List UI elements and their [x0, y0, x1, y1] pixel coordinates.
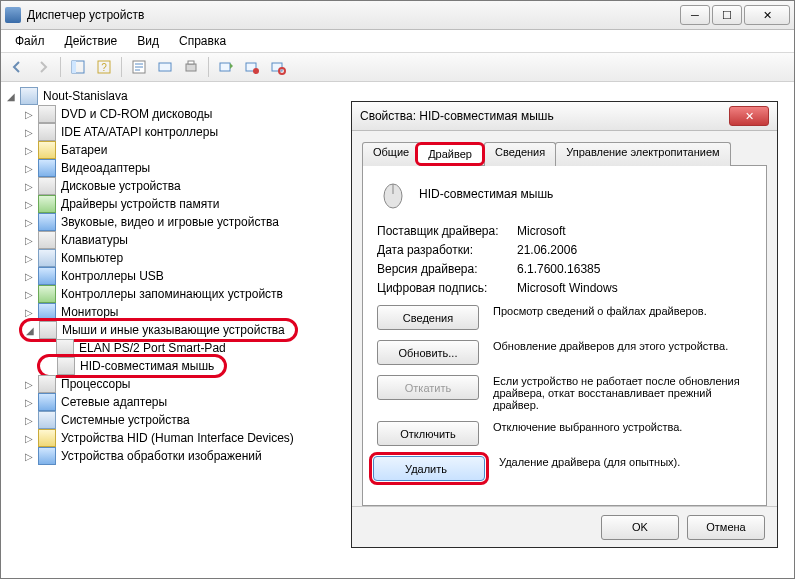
kv-version: Версия драйвера:6.1.7600.16385 — [377, 262, 752, 276]
app-icon — [5, 7, 21, 23]
tab-pane-driver: HID-совместимая мышь Поставщик драйвера:… — [362, 165, 767, 506]
tree-item-label: Компьютер — [59, 251, 125, 265]
menu-help[interactable]: Справка — [171, 32, 234, 50]
device-name: HID-совместимая мышь — [419, 187, 553, 201]
toolbar: ? — [1, 53, 794, 82]
mouse-cat-icon — [39, 321, 57, 339]
svg-rect-6 — [186, 64, 196, 71]
expand-icon[interactable]: ◢ — [5, 91, 17, 102]
forward-icon[interactable] — [31, 55, 55, 79]
tree-item-label: DVD и CD-ROM дисководы — [59, 107, 214, 121]
expand-icon[interactable]: ▷ — [23, 109, 35, 120]
expand-icon[interactable]: ▷ — [23, 145, 35, 156]
computer-cat-icon — [38, 249, 56, 267]
tree-item-label: Мыши и иные указывающие устройства — [60, 323, 287, 337]
dialog-close-button[interactable]: ✕ — [729, 106, 769, 126]
kv-sign: Цифровая подпись:Microsoft Windows — [377, 281, 752, 295]
storage-icon — [38, 285, 56, 303]
memory-icon — [38, 195, 56, 213]
minimize-button[interactable]: ─ — [680, 5, 710, 25]
tree-item-label: Контроллеры USB — [59, 269, 166, 283]
system-icon — [38, 411, 56, 429]
imaging-icon — [38, 447, 56, 465]
svg-rect-5 — [159, 63, 171, 71]
menu-file[interactable]: Файл — [7, 32, 53, 50]
properties-icon[interactable] — [127, 55, 151, 79]
row-details: Сведения Просмотр сведений о файлах драй… — [377, 305, 752, 330]
expand-icon[interactable]: ▷ — [23, 199, 35, 210]
disable-button[interactable]: Отключить — [377, 421, 479, 446]
update-driver-icon[interactable] — [214, 55, 238, 79]
kv-provider: Поставщик драйвера:Microsoft — [377, 224, 752, 238]
tree-item-label: Устройства HID (Human Interface Devices) — [59, 431, 296, 445]
tree-item-label: Контроллеры запоминающих устройств — [59, 287, 285, 301]
svg-rect-8 — [220, 63, 230, 71]
expand-icon[interactable]: ▷ — [23, 307, 35, 318]
usb-icon — [38, 267, 56, 285]
highlight-hid-mouse: HID-совместимая мышь — [37, 354, 227, 378]
cpu-icon — [38, 375, 56, 393]
expand-icon[interactable]: ▷ — [23, 433, 35, 444]
disable-icon[interactable] — [266, 55, 290, 79]
svg-point-10 — [253, 68, 259, 74]
collapse-icon[interactable]: ◢ — [24, 325, 36, 336]
expand-icon[interactable]: ▷ — [23, 253, 35, 264]
svg-text:?: ? — [101, 62, 107, 73]
uninstall-icon[interactable] — [240, 55, 264, 79]
scan-hw-icon[interactable] — [153, 55, 177, 79]
row-disable: Отключить Отключение выбранного устройст… — [377, 421, 752, 446]
expand-icon[interactable]: ▷ — [23, 289, 35, 300]
disk-icon — [38, 177, 56, 195]
close-button[interactable]: ✕ — [744, 5, 790, 25]
sound-icon — [38, 213, 56, 231]
toolbar-sep — [121, 57, 122, 77]
label: Версия драйвера: — [377, 262, 517, 276]
battery-icon — [38, 141, 56, 159]
network-icon — [38, 393, 56, 411]
label: Дата разработки: — [377, 243, 517, 257]
dialog-body: Общие Драйвер Сведения Управление электр… — [352, 131, 777, 506]
toolbar-sep — [208, 57, 209, 77]
menu-view[interactable]: Вид — [129, 32, 167, 50]
rollback-button: Откатить — [377, 375, 479, 400]
print-icon[interactable] — [179, 55, 203, 79]
expand-icon[interactable]: ▷ — [23, 415, 35, 426]
expand-icon[interactable]: ▷ — [23, 379, 35, 390]
tab-general[interactable]: Общие — [362, 142, 420, 166]
dialog-title: Свойства: HID-совместимая мышь — [360, 109, 729, 123]
cancel-button[interactable]: Отмена — [687, 515, 765, 540]
remove-button[interactable]: Удалить — [373, 456, 485, 481]
expand-icon[interactable]: ▷ — [23, 235, 35, 246]
value: Microsoft — [517, 224, 566, 238]
tab-details[interactable]: Сведения — [484, 142, 556, 166]
update-button[interactable]: Обновить... — [377, 340, 479, 365]
details-button[interactable]: Сведения — [377, 305, 479, 330]
expand-icon[interactable]: ▷ — [23, 271, 35, 282]
ide-icon — [38, 123, 56, 141]
kv-date: Дата разработки:21.06.2006 — [377, 243, 752, 257]
mouse-large-icon — [377, 178, 409, 210]
help-icon[interactable]: ? — [92, 55, 116, 79]
window-buttons: ─ ☐ ✕ — [680, 5, 790, 25]
expand-icon[interactable]: ▷ — [23, 397, 35, 408]
expand-icon[interactable]: ▷ — [23, 127, 35, 138]
expand-icon[interactable]: ▷ — [23, 181, 35, 192]
tree-item-label: Системные устройства — [59, 413, 192, 427]
menu-action[interactable]: Действие — [57, 32, 126, 50]
ok-button[interactable]: OK — [601, 515, 679, 540]
back-icon[interactable] — [5, 55, 29, 79]
keyboard-icon — [38, 231, 56, 249]
toolbar-sep — [60, 57, 61, 77]
tree-item-label: Видеоадаптеры — [59, 161, 152, 175]
expand-icon[interactable]: ▷ — [23, 217, 35, 228]
tree-item-label: HID-совместимая мышь — [78, 359, 216, 373]
value: 6.1.7600.16385 — [517, 262, 600, 276]
tab-power[interactable]: Управление электропитанием — [555, 142, 730, 166]
maximize-button[interactable]: ☐ — [712, 5, 742, 25]
expand-icon[interactable]: ▷ — [23, 451, 35, 462]
tab-driver[interactable]: Драйвер — [415, 142, 485, 166]
mouse-icon — [57, 357, 75, 375]
expand-icon[interactable]: ▷ — [23, 163, 35, 174]
show-hide-tree-icon[interactable] — [66, 55, 90, 79]
value: Microsoft Windows — [517, 281, 618, 295]
